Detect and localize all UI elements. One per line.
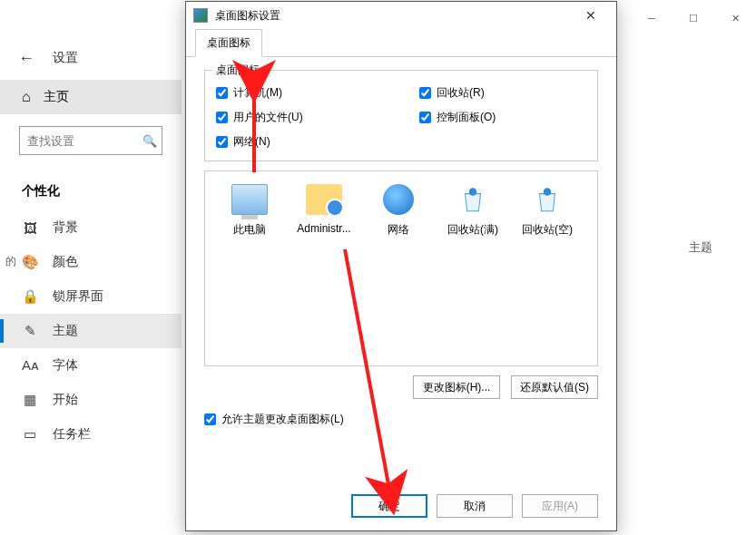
- check-computer-box[interactable]: [216, 87, 228, 99]
- check-network-box[interactable]: [216, 136, 228, 148]
- dialog-content: 桌面图标 计算机(M) 回收站(R) 用户的文件(U) 控制面板(O): [186, 57, 616, 436]
- tab-desktop-icons[interactable]: 桌面图标: [195, 29, 262, 57]
- dialog-tabs: 桌面图标: [186, 29, 616, 57]
- left-edge-text: 的: [5, 254, 16, 269]
- grid-icon: ▦: [22, 392, 38, 408]
- nav-start[interactable]: ▦ 开始: [0, 383, 182, 417]
- nav-label: 背景: [53, 219, 78, 236]
- icon-label: 网络: [363, 222, 434, 238]
- cancel-button[interactable]: 取消: [437, 494, 513, 518]
- check-ctrlpanel-label: 控制面板(O): [437, 110, 496, 125]
- check-recycle-box[interactable]: [419, 87, 431, 99]
- nav-fonts[interactable]: Aᴀ 字体: [0, 348, 182, 383]
- pencil-icon: ✎: [22, 323, 38, 339]
- taskbar-icon: ▭: [22, 426, 38, 443]
- recycle-bin-empty-icon: [529, 184, 565, 215]
- icon-user-folder[interactable]: Administr...: [289, 184, 359, 235]
- icon-button-row: 更改图标(H)... 还原默认值(S): [204, 375, 598, 399]
- minimize-button[interactable]: ─: [631, 4, 673, 33]
- check-network[interactable]: 网络(N): [216, 134, 383, 150]
- restore-defaults-button[interactable]: 还原默认值(S): [511, 375, 598, 399]
- check-control-panel[interactable]: 控制面板(O): [419, 110, 586, 125]
- icon-this-pc[interactable]: 此电脑: [214, 184, 285, 238]
- nav-lockscreen[interactable]: 🔒 锁屏界面: [0, 279, 182, 314]
- ok-button[interactable]: 确定: [351, 494, 427, 518]
- nav-label: 锁屏界面: [53, 288, 103, 305]
- home-icon: ⌂: [22, 89, 31, 105]
- nav-label: 颜色: [53, 254, 78, 270]
- recycle-bin-full-icon: [455, 184, 491, 215]
- user-folder-icon: [306, 184, 342, 215]
- icon-label: Administr...: [289, 222, 359, 235]
- section-personalization: 个性化: [0, 167, 182, 210]
- check-user-files[interactable]: 用户的文件(U): [216, 110, 383, 125]
- check-userfiles-label: 用户的文件(U): [233, 110, 303, 125]
- check-ctrlpanel-box[interactable]: [419, 112, 431, 123]
- check-allow-themes[interactable]: 允许主题更改桌面图标(L): [204, 412, 598, 427]
- icon-label: 回收站(满): [437, 222, 508, 238]
- palette-icon: 🎨: [22, 254, 38, 270]
- nav-background[interactable]: 🖼 背景: [0, 210, 182, 245]
- image-icon: 🖼: [22, 220, 38, 236]
- search-input[interactable]: [19, 126, 140, 155]
- icon-recycle-empty[interactable]: 回收站(空): [512, 184, 583, 238]
- icon-label: 此电脑: [214, 222, 285, 238]
- icon-label: 回收站(空): [512, 222, 583, 238]
- dialog-app-icon: [193, 8, 208, 23]
- apply-button[interactable]: 应用(A): [522, 494, 598, 518]
- right-hint-text: 主题: [689, 239, 712, 256]
- dialog-buttons: 确定 取消 应用(A): [351, 494, 598, 518]
- search-row: 🔍: [0, 114, 182, 167]
- check-allow-themes-box[interactable]: [204, 413, 216, 425]
- maximize-button[interactable]: ☐: [673, 4, 714, 33]
- search-icon[interactable]: 🔍: [139, 126, 162, 155]
- nav-taskbar[interactable]: ▭ 任务栏: [0, 417, 182, 452]
- check-network-label: 网络(N): [233, 134, 270, 150]
- sidebar-home[interactable]: ⌂ 主页: [0, 80, 182, 114]
- icon-recycle-full[interactable]: 回收站(满): [437, 184, 508, 238]
- check-computer[interactable]: 计算机(M): [216, 85, 383, 101]
- close-button[interactable]: ✕: [714, 4, 756, 33]
- dialog-close-button[interactable]: ✕: [573, 3, 609, 28]
- icon-network[interactable]: 网络: [363, 184, 434, 238]
- dialog-titlebar: 桌面图标设置 ✕: [186, 2, 616, 29]
- check-userfiles-box[interactable]: [216, 112, 228, 123]
- network-icon: [383, 184, 414, 215]
- check-computer-label: 计算机(M): [233, 85, 282, 101]
- check-allow-themes-label: 允许主题更改桌面图标(L): [221, 412, 344, 427]
- home-label: 主页: [44, 89, 69, 105]
- lock-icon: 🔒: [22, 288, 38, 305]
- settings-sidebar: ⌂ 主页 🔍 个性化 🖼 背景 🎨 颜色 🔒 锁屏界面: [0, 80, 182, 535]
- nav-themes[interactable]: ✎ 主题: [0, 314, 182, 348]
- settings-title: 设置: [53, 50, 78, 66]
- check-recycle-label: 回收站(R): [437, 85, 485, 101]
- dialog-title: 桌面图标设置: [215, 8, 565, 24]
- computer-icon: [231, 184, 268, 215]
- svg-point-0: [469, 188, 477, 196]
- nav-label: 字体: [53, 357, 78, 374]
- font-icon: Aᴀ: [22, 357, 38, 374]
- desktop-icon-settings-dialog: 桌面图标设置 ✕ 桌面图标 桌面图标 计算机(M) 回收站(R) 用户的文件(U…: [185, 1, 617, 531]
- nav-label: 任务栏: [53, 426, 91, 443]
- nav-label: 主题: [53, 323, 78, 339]
- group-desktop-icons: 桌面图标 计算机(M) 回收站(R) 用户的文件(U) 控制面板(O): [204, 70, 598, 161]
- back-arrow-icon[interactable]: ←: [18, 49, 34, 68]
- nav-colors[interactable]: 🎨 颜色: [0, 245, 182, 279]
- group-legend: 桌面图标: [212, 63, 263, 78]
- icon-preview-box: 此电脑 Administr... 网络 回收站(满) 回收站(空): [204, 170, 598, 366]
- nav-label: 开始: [53, 392, 78, 408]
- svg-point-1: [544, 188, 552, 196]
- check-recycle-bin[interactable]: 回收站(R): [419, 85, 586, 101]
- change-icon-button[interactable]: 更改图标(H)...: [413, 375, 500, 399]
